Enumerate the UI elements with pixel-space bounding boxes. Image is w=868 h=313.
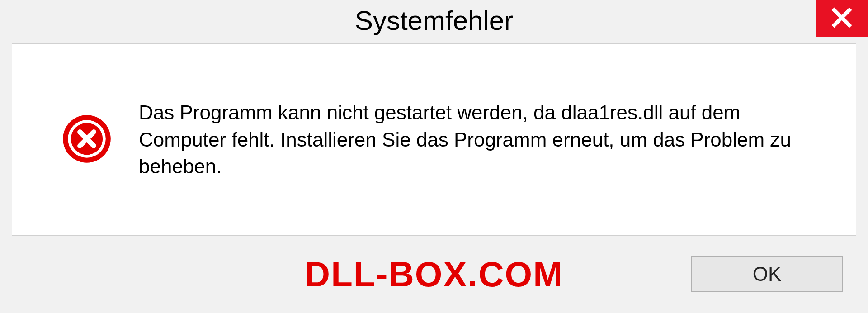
watermark-text: DLL-BOX.COM — [305, 254, 563, 295]
error-icon — [62, 114, 112, 166]
dialog-footer: DLL-BOX.COM OK — [0, 236, 868, 313]
ok-button-label: OK — [753, 263, 782, 285]
close-button[interactable] — [816, 0, 868, 37]
content-area: Das Programm kann nicht gestartet werden… — [12, 43, 856, 236]
ok-button[interactable]: OK — [691, 256, 843, 292]
dialog-title: Systemfehler — [355, 5, 513, 36]
error-dialog: Systemfehler Das Programm kann nicht ges… — [0, 0, 868, 313]
close-icon — [830, 6, 853, 31]
titlebar: Systemfehler — [0, 0, 868, 43]
error-message: Das Programm kann nicht gestartet werden… — [139, 99, 829, 180]
